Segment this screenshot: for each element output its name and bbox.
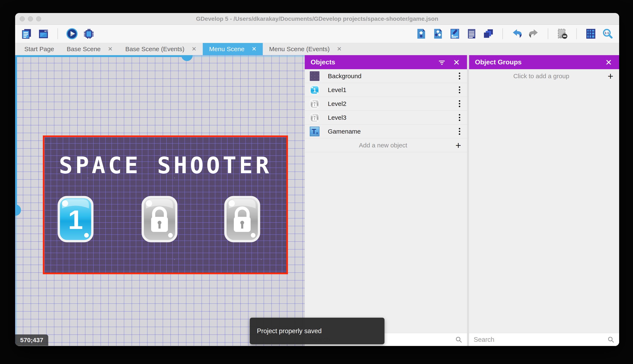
panel-divider[interactable] xyxy=(467,55,469,346)
close-tab-icon[interactable]: ✕ xyxy=(108,46,113,52)
search-icon xyxy=(455,336,462,343)
toolbar-divider xyxy=(58,28,58,39)
object-name: Background xyxy=(328,72,458,80)
object-menu-kebab-icon[interactable] xyxy=(458,72,461,80)
editor-tabbar: Start Page Base Scene✕ Base Scene (Event… xyxy=(15,43,619,55)
object-groups-panel: Object Groups Click to add a group + xyxy=(469,55,619,346)
main-toolbar: 1:1 xyxy=(15,25,619,43)
object-name: Level1 xyxy=(328,86,458,94)
groups-search-row xyxy=(469,333,619,346)
object-row-gamename[interactable]: Tx Gamename xyxy=(305,124,467,138)
svg-text:T: T xyxy=(312,127,316,135)
plus-icon: + xyxy=(607,71,613,81)
background-object-thumbnail xyxy=(310,71,320,81)
tab-base-scene-events[interactable]: Base Scene (Events)✕ xyxy=(119,43,203,55)
scene-title-text-instance[interactable]: SPACE SHOOTER xyxy=(45,152,286,178)
level-1-button-instance[interactable]: 1 xyxy=(57,195,94,243)
object-menu-kebab-icon[interactable] xyxy=(458,127,461,136)
vertical-scroll-handle[interactable] xyxy=(15,204,21,216)
object-menu-kebab-icon[interactable] xyxy=(458,100,461,108)
tab-menu-scene[interactable]: Menu Scene✕ xyxy=(203,43,263,55)
tab-base-scene[interactable]: Base Scene✕ xyxy=(61,43,119,55)
plus-icon: + xyxy=(455,140,461,150)
tab-label: Base Scene xyxy=(67,46,101,53)
titlebar: GDevelop 5 - /Users/dkarakay/Documents/G… xyxy=(15,13,619,25)
level-buttons-row: 1 xyxy=(45,195,286,243)
level1-object-thumbnail: 1 xyxy=(310,85,320,95)
toolbar-divider xyxy=(502,28,503,39)
add-group-button[interactable]: Click to add a group + xyxy=(469,69,619,83)
tab-menu-scene-events[interactable]: Menu Scene (Events)✕ xyxy=(263,43,348,55)
object-groups-panel-title: Object Groups xyxy=(475,58,598,66)
search-icon xyxy=(607,336,614,343)
level-2-locked-button-instance[interactable] xyxy=(141,195,178,243)
object-row-level2[interactable]: Level2 xyxy=(305,97,467,111)
cursor-coordinates-badge: 570;437 xyxy=(15,334,48,346)
toolbar-divider xyxy=(548,28,548,39)
horizontal-scroll-handle[interactable] xyxy=(181,55,193,61)
window-title: GDevelop 5 - /Users/dkarakay/Documents/G… xyxy=(15,16,619,22)
add-new-object-button[interactable]: Add a new object + xyxy=(305,138,467,152)
object-name: Level3 xyxy=(328,114,458,121)
object-row-background[interactable]: Background xyxy=(305,69,467,83)
layers-icon[interactable] xyxy=(482,28,494,40)
close-tab-icon[interactable]: ✕ xyxy=(192,46,196,52)
game-scene-rect[interactable]: SPACE SHOOTER 1 xyxy=(43,136,288,274)
level-number: 1 xyxy=(68,205,83,235)
object-name: Level2 xyxy=(328,100,458,107)
scene-window-icon[interactable] xyxy=(37,28,50,40)
redo-icon[interactable] xyxy=(528,28,540,40)
toast-message: Project properly saved xyxy=(257,327,322,335)
level3-object-thumbnail xyxy=(310,113,320,122)
zoom-original-icon[interactable]: 1:1 xyxy=(601,28,614,40)
groups-search-input[interactable] xyxy=(474,336,607,344)
objects-editor-icon[interactable] xyxy=(415,28,427,40)
tab-start-page[interactable]: Start Page xyxy=(18,43,61,55)
close-tab-icon[interactable]: ✕ xyxy=(337,46,342,52)
objects-panel: Objects Background 1 Level1 xyxy=(305,55,467,346)
svg-text:1: 1 xyxy=(313,87,316,94)
object-row-level3[interactable]: Level3 xyxy=(305,111,467,124)
add-group-label: Click to add a group xyxy=(475,72,607,80)
instances-list-icon[interactable] xyxy=(466,28,478,40)
filter-icon[interactable] xyxy=(437,58,446,67)
gdevelop-window: GDevelop 5 - /Users/dkarakay/Documents/G… xyxy=(15,13,619,346)
undo-icon[interactable] xyxy=(511,28,523,40)
toolbar-divider xyxy=(576,28,577,39)
svg-text:x: x xyxy=(316,131,318,135)
canvas-vertical-scrollbar[interactable] xyxy=(15,55,17,346)
level-3-locked-button-instance[interactable] xyxy=(223,195,261,243)
level2-object-thumbnail xyxy=(310,99,320,108)
object-groups-list: Click to add a group + xyxy=(469,69,619,333)
object-menu-kebab-icon[interactable] xyxy=(458,86,461,94)
properties-icon[interactable] xyxy=(449,28,461,40)
object-groups-panel-header: Object Groups xyxy=(469,55,619,69)
grid-icon[interactable] xyxy=(585,28,597,40)
tab-label: Menu Scene xyxy=(209,46,244,53)
debug-icon[interactable] xyxy=(83,28,95,40)
preview-play-icon[interactable] xyxy=(66,28,78,40)
object-groups-icon[interactable] xyxy=(432,28,444,40)
scene-editor-canvas[interactable]: SPACE SHOOTER 1 xyxy=(15,55,305,346)
close-tab-icon[interactable]: ✕ xyxy=(252,46,256,52)
tab-label: Menu Scene (Events) xyxy=(269,46,330,53)
tab-label: Start Page xyxy=(24,46,54,53)
gamename-text-object-thumbnail: Tx xyxy=(310,127,320,136)
close-panel-icon[interactable] xyxy=(452,58,461,67)
close-panel-icon[interactable] xyxy=(604,58,613,67)
tab-label: Base Scene (Events) xyxy=(125,46,184,53)
save-toast: Project properly saved xyxy=(250,318,385,344)
objects-panel-title: Objects xyxy=(311,58,432,66)
project-manager-icon[interactable] xyxy=(21,28,33,40)
add-object-label: Add a new object xyxy=(311,142,455,149)
window-mask-icon[interactable] xyxy=(556,28,568,40)
canvas-horizontal-scrollbar[interactable] xyxy=(15,55,305,57)
objects-panel-header: Objects xyxy=(305,55,467,69)
objects-list: Background 1 Level1 Level2 Level3 xyxy=(305,69,467,333)
object-menu-kebab-icon[interactable] xyxy=(458,113,461,122)
svg-text:1:1: 1:1 xyxy=(605,31,609,34)
object-row-level1[interactable]: 1 Level1 xyxy=(305,83,467,97)
object-name: Gamename xyxy=(328,128,458,135)
